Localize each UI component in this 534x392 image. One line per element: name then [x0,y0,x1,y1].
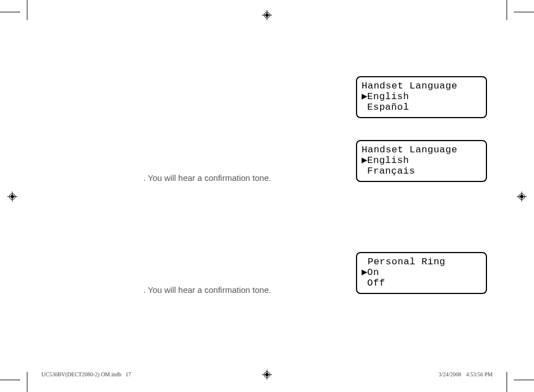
lcd-option-label: English [367,155,409,166]
lcd-option-selected: ▶ English [362,155,481,166]
footer-date: 3/24/2008 [438,371,461,377]
lcd-option: ▶ Español [362,102,481,113]
footer-page-number: 17 [125,371,131,377]
footer-file: UC536BV(DECT2080-2) OM.indb [41,371,121,377]
handset-language-display: Handset Language ▶ English ▶ Français [356,140,487,182]
lcd-option-label: On [367,267,379,278]
footer-time: 4:53:56 PM [466,371,493,377]
lcd-option-label: English [367,91,409,102]
instruction-text: . You will hear a confirmation tone. [143,173,271,183]
lcd-option-selected: ▶ English [362,91,481,102]
registration-mark-icon [262,10,272,20]
lcd-option: ▶ Off [362,278,481,288]
personal-ring-display: Personal Ring ▶ On ▶ Off [356,252,487,294]
lcd-title: Personal Ring [362,256,481,267]
lcd-option-selected: ▶ On [362,267,481,278]
registration-mark-icon [7,192,17,202]
footer-timestamp: 3/24/2008 4:53:56 PM [438,371,493,377]
pointer-icon: ▶ [362,91,367,102]
crop-mark-bottom-left [0,366,31,392]
footer-filename: UC536BV(DECT2080-2) OM.indb 17 [41,371,131,377]
instruction-text: . You will hear a confirmation tone. [143,285,271,295]
crop-mark-top-right [503,0,534,26]
pointer-icon: ▶ [362,267,367,278]
lcd-option: ▶ Français [362,166,481,176]
lcd-title: Handset Language [362,81,481,91]
registration-mark-icon [517,192,527,202]
crop-mark-bottom-right [503,366,534,392]
lcd-title: Handset Language [362,144,481,155]
pointer-icon: ▶ [362,155,367,166]
lcd-option-label: Español [367,102,409,113]
handset-language-display: Handset Language ▶ English ▶ Español [356,76,487,118]
lcd-option-label: Français [367,166,415,176]
crop-mark-top-left [0,0,31,26]
lcd-option-label: Off [367,278,385,288]
registration-mark-icon [262,370,272,380]
